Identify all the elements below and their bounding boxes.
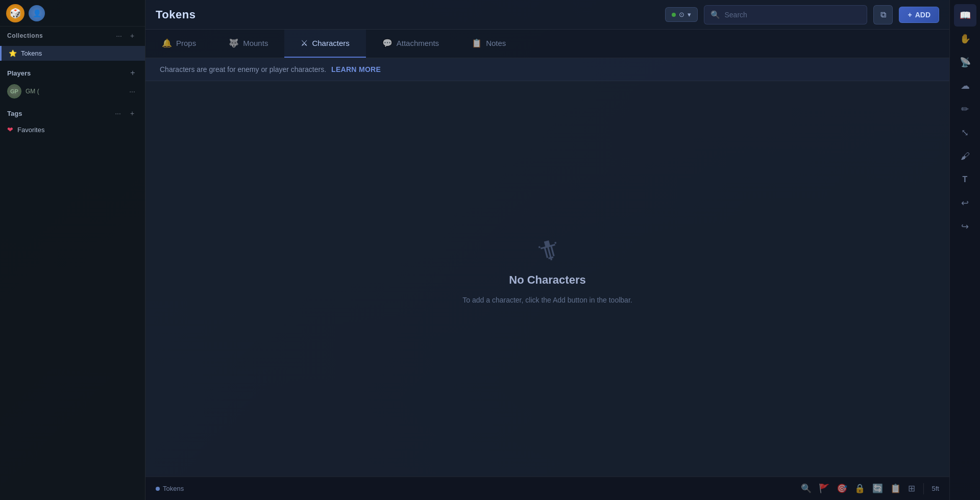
notes-tab-icon: 📋 [472,38,482,48]
bottom-icons: 🔍 🚩 🎯 🔒 🔄 📋 ⊞ [801,483,915,494]
tab-characters[interactable]: ⚔ Characters [284,30,365,58]
broadcast-icon: 📡 [960,57,971,68]
players-section: Players + [0,62,145,81]
gm-name: GM ( [26,88,122,95]
rt-hand-btn[interactable]: ✋ [954,28,976,50]
rt-broadcast-btn[interactable]: 📡 [954,51,976,73]
players-label: Players [7,69,125,77]
rt-pencil-btn[interactable]: ✏ [954,98,976,120]
page-title: Tokens [156,8,195,21]
add-label: ADD [915,11,930,19]
right-toolbar: 📖 ✋ 📡 ☁ ✏ ⤡ 🖌 T ↩ ↪ [949,0,980,500]
tab-mounts[interactable]: 🐺 Mounts [212,30,284,58]
status-icon: ⊙ [679,11,684,18]
flag-icon[interactable]: 🚩 [819,483,829,494]
main-content: Tokens ⊙ ▾ 🔍 ⧉ + ADD 🔔 Props 🐺 Mounts [145,0,949,500]
gm-avatar: GP [7,84,21,98]
tags-label: Tags [7,110,109,117]
user-avatar[interactable]: 👤 [29,5,45,21]
tags-add-btn[interactable]: + [127,108,138,119]
attachments-tab-label: Attachments [397,39,439,47]
redo-icon: ↪ [961,221,969,232]
bottom-bar: Tokens 🔍 🚩 🎯 🔒 🔄 📋 ⊞ 5ft [145,477,949,500]
sidebar: 🎲 👤 Collections ··· + ⭐ Tokens Players +… [0,0,145,500]
props-tab-label: Props [176,39,196,47]
mounts-tab-icon: 🐺 [229,38,239,48]
props-tab-icon: 🔔 [162,38,172,48]
duplicate-icon: ⧉ [880,10,886,19]
attachments-tab-icon: 💬 [382,38,393,48]
brush-icon: 🖌 [961,151,970,162]
search-input[interactable] [724,11,861,19]
search-box: 🔍 [704,5,867,24]
gm-avatar-letters: GP [10,88,18,94]
empty-state-subtitle: To add a character, click the Add button… [462,295,632,306]
rt-resize-btn[interactable]: ⤡ [954,121,976,144]
toolbar: Tokens ⊙ ▾ 🔍 ⧉ + ADD [145,0,949,30]
rt-redo-btn[interactable]: ↪ [954,215,976,238]
learn-more-link[interactable]: LEARN MORE [331,65,381,73]
collections-actions: ··· + [113,30,138,41]
duplicate-button[interactable]: ⧉ [873,5,893,24]
tabs-bar: 🔔 Props 🐺 Mounts ⚔ Characters 💬 Attachme… [145,30,949,58]
scale-label: 5ft [932,485,939,492]
gm-more-btn[interactable]: ··· [127,86,138,97]
add-button[interactable]: + ADD [899,7,939,23]
collections-more-btn[interactable]: ··· [113,30,125,41]
characters-tab-icon: ⚔ [301,38,308,48]
status-button[interactable]: ⊙ ▾ [665,7,698,22]
favorites-label: Favorites [17,126,44,134]
undo-icon: ↩ [961,197,969,209]
tab-attachments[interactable]: 💬 Attachments [366,30,455,58]
tokens-sidebar-item[interactable]: ⭐ Tokens [0,46,145,61]
tab-notes[interactable]: 📋 Notes [455,30,522,58]
lock-icon[interactable]: 🔒 [854,483,865,494]
mounts-tab-label: Mounts [243,39,268,47]
rt-cloud-btn[interactable]: ☁ [954,74,976,97]
sidebar-header: 🎲 👤 [0,0,145,27]
grid-icon[interactable]: ⊞ [908,483,915,494]
zoom-icon[interactable]: 🔍 [801,483,812,494]
cycle-icon[interactable]: 🔄 [872,483,883,494]
tab-content: Characters are great for enemy or player… [145,58,949,500]
rt-text-btn[interactable]: T [954,168,976,191]
info-bar: Characters are great for enemy or player… [145,58,949,81]
empty-state-title: No Characters [509,273,585,287]
empty-state: 🗡 No Characters To add a character, clic… [145,81,949,500]
tags-section: Tags ··· + [0,102,145,122]
collections-label: Collections [7,32,110,39]
copy-icon[interactable]: 📋 [890,483,901,494]
bottom-divider [923,483,924,494]
tokens-item-label: Tokens [21,49,138,57]
collections-row: Collections ··· + [0,27,145,45]
collections-add-btn[interactable]: + [127,30,138,41]
tokens-star-icon: ⭐ [9,49,17,57]
bottom-token-indicator: Tokens [156,485,184,492]
rt-book-btn[interactable]: 📖 [954,4,976,27]
notes-tab-label: Notes [486,39,506,47]
search-icon: 🔍 [710,10,720,19]
characters-tab-label: Characters [312,39,349,47]
add-plus-icon: + [908,11,912,19]
gm-row: GP GM ( ··· [0,81,145,102]
tags-more-btn[interactable]: ··· [112,108,124,119]
tab-props[interactable]: 🔔 Props [145,30,212,58]
players-add-btn[interactable]: + [128,68,138,78]
status-chevron: ▾ [688,11,691,18]
avatar-icon: 👤 [33,9,41,17]
favorites-heart-icon: ❤ [7,126,13,134]
token-indicator-dot [156,487,160,491]
app-logo: 🎲 [6,4,24,22]
favorites-item[interactable]: ❤ Favorites [0,122,145,137]
rt-undo-btn[interactable]: ↩ [954,192,976,214]
hand-icon: ✋ [960,33,971,44]
resize-icon: ⤡ [961,127,969,138]
target-icon[interactable]: 🎯 [837,483,847,494]
pencil-icon: ✏ [961,104,969,115]
text-icon: T [963,175,968,184]
empty-state-icon: 🗡 [531,232,565,268]
rt-brush-btn[interactable]: 🖌 [954,145,976,167]
info-text: Characters are great for enemy or player… [160,65,326,73]
logo-icon: 🎲 [10,8,21,19]
bottom-token-label: Tokens [163,485,184,492]
